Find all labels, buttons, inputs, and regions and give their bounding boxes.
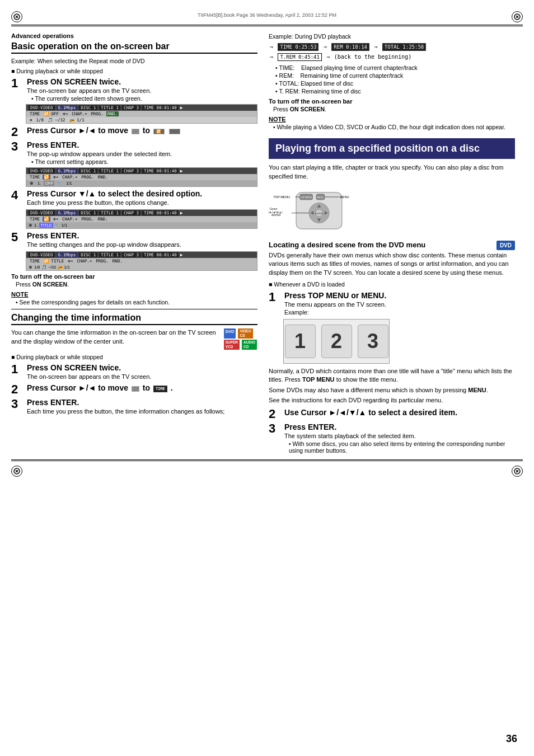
step3-title: Press ENTER. (27, 140, 257, 149)
time-display-row1: ⇒ TIME 0:25:53 ⇒ REM 0:18:14 ⇒ TOTAL 1:2… (269, 43, 515, 51)
time-box-trem: T.REM 0:45:41 (278, 53, 321, 61)
ct-step3: 3 Press ENTER. Each time you press the b… (11, 398, 257, 416)
divider-1 (11, 309, 257, 309)
step3-desc1: The pop-up window appears under the sele… (27, 151, 257, 157)
left-column: Advanced operations Basic operation on t… (11, 32, 257, 456)
dvd-badge-large: DVD (496, 241, 515, 250)
step5-num: 5 (11, 231, 27, 243)
changing-time-section: Changing the time information You can ch… (11, 313, 257, 416)
step5-content: Press ENTER. The setting changes and the… (27, 231, 257, 249)
time-box-rem: REM 0:18:14 (331, 43, 369, 51)
step3-desc2: • The current setting appears. (31, 158, 257, 165)
see-text: See the instructions for each DVD regard… (269, 396, 515, 405)
page-bottom-border (11, 459, 523, 461)
ct-step1-title: Press ON SCREEN twice. (27, 363, 257, 372)
step5-title: Press ENTER. (27, 231, 257, 240)
back-to-beginning: (back to the beginning) (334, 54, 411, 60)
loc-step3-content: Press ENTER. The system starts playback … (284, 422, 515, 454)
super-vcd-badge: SUPERVCD (224, 340, 240, 350)
dvd-badge: DVD (224, 328, 236, 339)
loc-step1-num: 1 (269, 291, 284, 303)
ct-step3-desc: Each time you press the button, the time… (27, 408, 257, 415)
loc-step1-title: Press TOP MENU or MENU. (284, 291, 515, 300)
playing-title: Playing from a specified position on a d… (275, 143, 508, 155)
playing-desc: You can start playing a title, chapter o… (269, 163, 515, 181)
dvd-menu-example: 1 2 3 (283, 319, 390, 364)
right-column: Example: During DVD playback ⇒ TIME 0:25… (269, 32, 515, 456)
time-box-time: TIME 0:25:53 (278, 43, 318, 51)
main-layout: Advanced operations Basic operation on t… (11, 32, 523, 456)
changing-time-desc: You can change the time information in t… (11, 328, 220, 346)
basic-op-note: NOTE • See the corresponding pages for d… (11, 291, 257, 306)
svg-text:TOP MENU: TOP MENU (273, 195, 290, 199)
dvd-example-label: Example: During DVD playback (269, 32, 515, 41)
bullet-trem: T. REM: Remaining time of disc (275, 88, 515, 95)
svg-text:TOP MENU: TOP MENU (300, 196, 312, 199)
basic-op-section: Basic operation on the on-screen bar Exa… (11, 41, 257, 306)
basic-op-note-text: • See the corresponding pages for detail… (16, 299, 257, 306)
loc-step3-num: 3 (269, 422, 284, 435)
basic-op-turnoff-title: To turn off the on-screen bar (11, 273, 257, 280)
loc-step3-desc1: The system starts playback of the select… (284, 433, 515, 439)
right-note: NOTE • While playing a Video CD, SVCD or… (269, 116, 515, 130)
changing-time-during: ■ During playback or while stopped (11, 353, 257, 361)
ct-step2: 2 Press Cursor ►/◄ to move to TIME . (11, 383, 257, 396)
bullet-rem: REM: Remaining time of current chapter/t… (275, 72, 515, 79)
step1-desc2: • The currently selected item shows gree… (31, 95, 257, 102)
screen4: DVD-VIDEO 6.1Mbps DISC 1 TITLE 1 CHAP 3 … (26, 251, 257, 271)
svg-text:ENTER: ENTER (315, 212, 323, 215)
svg-text:(►/◄/▼/▲): (►/◄/▼/▲) (269, 211, 283, 214)
loc-step2-title: Use Cursor ►/◄/▼/▲ to select a desired i… (284, 408, 515, 417)
ct-step1-content: Press ON SCREEN twice. The on-screen bar… (27, 363, 257, 381)
step3: 3 Press ENTER. The pop-up window appears… (11, 140, 257, 165)
audio-cd-badge: AUDIOCD (242, 340, 257, 350)
svg-text:Cursor: Cursor (270, 208, 278, 210)
header-file-info: TIIFM45[B].book Page 36 Wednesday, April… (198, 12, 336, 18)
loc-step1: 1 Press TOP MENU or MENU. The menu appea… (269, 291, 515, 316)
ct-step2-num: 2 (11, 383, 27, 396)
changing-time-title: Changing the time information (11, 313, 257, 325)
ct-step1-num: 1 (11, 363, 27, 375)
bullet-total: TOTAL: Elapsed time of disc (275, 80, 515, 87)
loc-step2-num: 2 (269, 408, 284, 420)
ct-step3-num: 3 (11, 398, 27, 410)
step1-title: Press ON SCREEN twice. (27, 77, 257, 86)
menu-num-1: 1 (285, 325, 316, 358)
playing-highlight-box: Playing from a specified position on a d… (269, 138, 515, 159)
step2-title: Press Cursor ►/◄ to move to 🔁 (27, 126, 257, 135)
ct-step3-title: Press ENTER. (27, 398, 257, 407)
top-right-corner (512, 11, 523, 22)
loc-step3-desc2: • With some discs, you can also select i… (289, 440, 515, 454)
svg-text:/ENTER: /ENTER (271, 214, 281, 217)
ct-step2-content: Press Cursor ►/◄ to move to TIME . (27, 383, 257, 393)
step1: 1 Press ON SCREEN twice. The on-screen b… (11, 77, 257, 102)
bottom-right-corner (512, 466, 523, 477)
menu-num-3: 3 (358, 325, 388, 358)
page-container: TIIFM45[B].book Page 36 Wednesday, April… (0, 0, 534, 756)
loc-step1-example-label: Example: (284, 309, 515, 316)
right-note-text: • While playing a Video CD, SVCD or Audi… (273, 124, 515, 130)
step2: 2 Press Cursor ►/◄ to move to 🔁 (11, 126, 257, 138)
loc-step2: 2 Use Cursor ►/◄/▼/▲ to select a desired… (269, 408, 515, 420)
step4-desc1: Each time you press the button, the opti… (27, 199, 257, 206)
time-bullets-list: TIME: Elapsed playing time of current ch… (275, 64, 515, 95)
remote-diagram: ENTER TOP MENU MENU TOP MENU MENU (269, 184, 369, 237)
video-cd-badge: VIDEOCD (238, 328, 252, 339)
right-turnoff-text: Press ON SCREEN. (273, 106, 515, 112)
some-text: Some DVDs may also have a different menu… (269, 386, 515, 395)
locating-desc: DVDs generally have their own menus whic… (269, 251, 515, 277)
bottom-corners: 36 (11, 466, 523, 477)
menu-num-2: 2 (321, 325, 352, 358)
loc-step3: 3 Press ENTER. The system starts playbac… (269, 422, 515, 454)
step1-desc1: The on-screen bar appears on the TV scre… (27, 87, 257, 94)
time-box-total: TOTAL 1:25:58 (382, 43, 426, 51)
right-turnoff-title: To turn off the on-screen bar (269, 98, 515, 105)
ct-step3-content: Press ENTER. Each time you press the but… (27, 398, 257, 416)
ct-step2-title: Press Cursor ►/◄ to move to TIME . (27, 383, 257, 392)
time-display-row2: ⇒ T.REM 0:45:41 ⇒ (back to the beginning… (269, 53, 515, 61)
svg-text:MENU: MENU (317, 196, 324, 199)
step1-content: Press ON SCREEN twice. The on-screen bar… (27, 77, 257, 102)
basic-op-turnoff-text: Press ON SCREEN. (16, 281, 257, 288)
loc-step1-desc: The menu appears on the TV screen. (284, 301, 515, 308)
loc-step1-content: Press TOP MENU or MENU. The menu appears… (284, 291, 515, 316)
